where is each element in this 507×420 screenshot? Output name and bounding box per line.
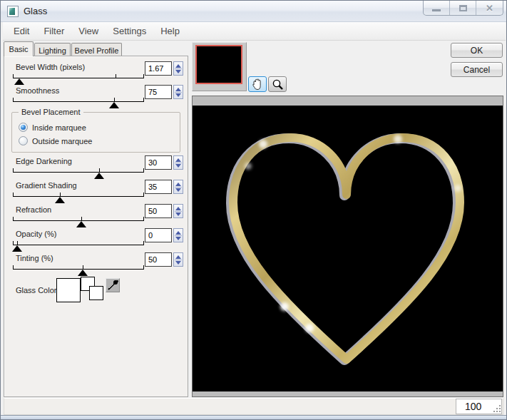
slider-track[interactable] [13, 245, 144, 245]
window-controls: ✕ [423, 1, 503, 16]
window-title: Glass [24, 6, 47, 16]
hand-tool-button[interactable] [248, 76, 267, 92]
gradient-shading-value-input[interactable] [145, 180, 172, 194]
spin-down-icon [175, 188, 181, 192]
basic-tab-page: Bevel Placement Inside marquee Outside m… [4, 56, 188, 397]
menu-help[interactable]: Help [153, 23, 187, 39]
slider-row-bevel-width-pixels: Bevel Width (pixels) [4, 63, 188, 86]
spin-up-icon [175, 88, 181, 91]
spinner[interactable] [173, 85, 183, 99]
eyedropper-icon [106, 279, 119, 292]
slider-track[interactable] [13, 172, 144, 173]
close-button[interactable]: ✕ [476, 1, 503, 15]
slider-track[interactable] [13, 78, 144, 78]
slider-thumb[interactable] [94, 173, 104, 179]
slider-row-opacity: Opacity (%) [4, 230, 188, 252]
menu-view[interactable]: View [71, 23, 106, 39]
spinner[interactable] [173, 204, 183, 218]
close-icon: ✕ [486, 3, 493, 14]
radio-outside-marquee[interactable]: Outside marquee [19, 136, 92, 145]
tinting-value-input[interactable] [145, 252, 172, 267]
slider-thumb[interactable] [76, 221, 86, 227]
spinner[interactable] [173, 180, 183, 194]
slider-thumb[interactable] [14, 78, 24, 85]
smoothness-value-input[interactable] [145, 85, 172, 99]
glass-color-label: Glass Color [16, 286, 56, 294]
maximize-button[interactable] [450, 1, 476, 15]
radio-inside-marquee[interactable]: Inside marquee [19, 123, 86, 132]
spinner[interactable] [173, 61, 183, 76]
slider-thumb[interactable] [55, 197, 65, 203]
slider-row-edge-darkening: Edge Darkening [4, 157, 188, 180]
slider-row-refraction: Refraction [4, 205, 188, 228]
heart-preview-image [193, 106, 503, 391]
slider-thumb[interactable] [109, 102, 119, 108]
spin-down-icon [175, 164, 181, 168]
bevel-width-pixels-value-input[interactable] [145, 61, 172, 76]
spin-down-icon [175, 93, 181, 97]
glass-color-swatch[interactable] [56, 278, 81, 302]
titlebar: Glass ✕ [1, 1, 507, 22]
statusbar: 100 [4, 398, 503, 415]
cancel-button[interactable]: Cancel [451, 62, 503, 77]
menu-settings[interactable]: Settings [106, 23, 153, 39]
preview-thumbnail[interactable] [192, 42, 247, 91]
slider-thumb[interactable] [12, 245, 22, 252]
maximize-icon [459, 5, 467, 11]
slider-track[interactable] [13, 196, 144, 197]
slider-row-smoothness: Smoothness [4, 86, 188, 109]
slider-track[interactable] [13, 220, 144, 221]
refraction-value-input[interactable] [145, 204, 172, 218]
spinner[interactable] [173, 228, 183, 242]
resize-grip[interactable] [493, 404, 501, 413]
preview-pane[interactable] [192, 96, 503, 397]
spinner[interactable] [173, 155, 183, 170]
tab-basic[interactable]: Basic [4, 41, 34, 56]
minimize-button[interactable] [424, 1, 450, 15]
slider-row-gradient-shading: Gradient Shading [4, 181, 188, 204]
spin-down-icon [175, 212, 181, 216]
menubar: EditFilterViewSettingsHelp [3, 22, 506, 41]
spinner[interactable] [173, 252, 183, 267]
ok-button[interactable]: OK [451, 43, 503, 58]
app-icon [7, 6, 19, 17]
spin-down-icon [175, 70, 181, 73]
opacity-value-input[interactable] [145, 228, 172, 242]
radio-icon [19, 136, 28, 145]
bevel-placement-group: Bevel Placement Inside marquee Outside m… [11, 112, 180, 153]
spin-up-icon [175, 183, 181, 186]
zoom-tool-button[interactable] [268, 76, 287, 92]
spin-up-icon [175, 231, 181, 235]
slider-track[interactable] [13, 269, 144, 270]
tinting-label: Tinting (%) [16, 254, 53, 262]
slider-track[interactable] [13, 101, 144, 102]
tab-bevel-profile[interactable]: Bevel Profile [71, 43, 122, 56]
spin-up-icon [175, 158, 181, 162]
spin-up-icon [175, 64, 181, 68]
edge-darkening-value-input[interactable] [145, 155, 172, 170]
refraction-label: Refraction [16, 205, 51, 214]
glass-color-row: Glass Color [4, 276, 188, 312]
eyedropper-button[interactable] [106, 278, 120, 292]
gradient-shading-label: Gradient Shading [16, 181, 77, 190]
thumbnail-selection [195, 45, 242, 84]
minimize-icon [432, 9, 441, 11]
glass-dialog-window: Glass ✕ EditFilterViewSettingsHelp Basic… [0, 0, 507, 420]
opacity-label: Opacity (%) [16, 230, 56, 238]
spin-up-icon [175, 255, 181, 259]
preview-canvas [193, 106, 503, 391]
edge-darkening-label: Edge Darkening [16, 157, 72, 165]
hand-icon [251, 78, 264, 91]
color-swatch-tertiary[interactable] [89, 286, 103, 300]
spin-up-icon [175, 207, 181, 210]
spin-down-icon [175, 237, 181, 240]
slider-thumb[interactable] [78, 270, 88, 276]
magnifier-icon [271, 78, 284, 91]
bevel-width-pixels-label: Bevel Width (pixels) [16, 63, 85, 71]
menu-edit[interactable]: Edit [6, 23, 36, 39]
menu-filter[interactable]: Filter [36, 23, 71, 39]
tab-lighting[interactable]: Lighting [34, 43, 71, 56]
slider-row-tinting: Tinting (%) [4, 254, 188, 277]
radio-icon [19, 123, 28, 132]
smoothness-label: Smoothness [16, 86, 59, 95]
